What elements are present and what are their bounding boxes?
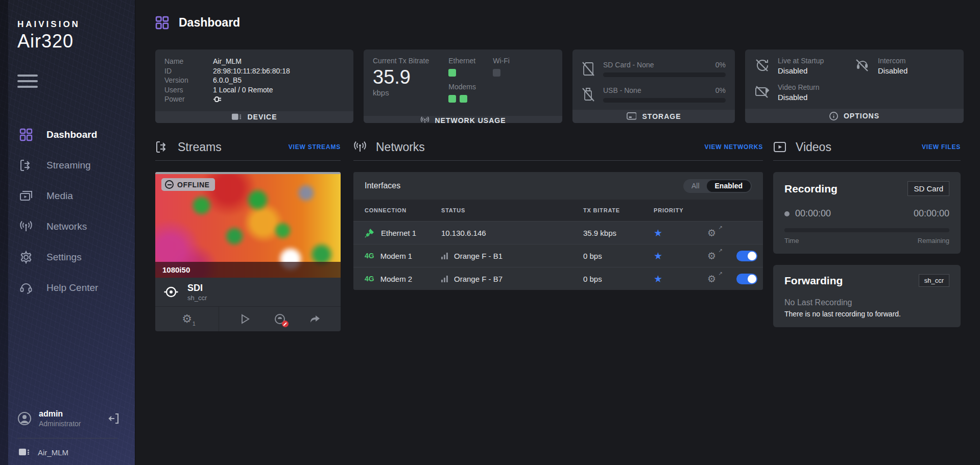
interface-settings-button[interactable]: ⚙ ↗ [707,227,720,238]
settings-gear-icon [19,251,33,264]
usb-progress [603,98,726,103]
interface-settings-button[interactable]: ⚙ ↗ [707,250,720,261]
help-headset-icon [19,281,33,295]
sidebar-item-help-center[interactable]: Help Center [0,273,135,303]
sidebar-item-streaming[interactable]: Streaming [0,150,135,181]
live-at-startup-option: Live at Startup Disabled [754,57,854,75]
dashboard-grid-icon [155,16,169,30]
option-label: Live at Startup [778,57,824,65]
forward-button[interactable] [309,313,321,325]
interfaces-title: Interfaces [365,181,683,190]
remaining-label: Remaining [918,237,949,244]
streams-icon [155,140,169,154]
bitrate-label: Current Tx Bitrate [373,57,429,65]
stream-thumbnail[interactable]: OFFLINE 1080i50 [155,172,341,278]
stream-thumbnail-topstrip [155,172,341,174]
usb-storage-row: USB - None0% [582,86,726,103]
sidebar-item-dashboard[interactable]: Dashboard [0,119,135,150]
device-card: NameAir_MLM ID28:98:10:11:82:b6:80:18 Ve… [155,50,353,123]
app-root: HAIVISION Air320 Dashboard Streaming [0,0,980,465]
sidebar-item-networks[interactable]: Networks [0,211,135,242]
stream-info-row: SDI sh_ccr [155,278,341,306]
connection-name: Modem 1 [380,252,413,260]
interface-settings-button[interactable]: ⚙ ↗ [707,273,720,284]
interface-enabled-toggle[interactable] [736,251,757,261]
wifi-status-square [493,69,500,77]
forwarding-card: Forwarding sh_ccr No Last Recording Ther… [773,265,961,327]
stream-actions: ⚙ 1 [155,306,341,331]
interfaces-filter-toggle: All Enabled [683,179,752,193]
table-row-modem1: 4G Modem 1 Orange F - B1 0 bps ★ ⚙ ↗ [353,244,763,267]
networks-title: Networks [376,140,705,154]
signal-bars-icon [441,252,448,259]
logout-icon[interactable] [108,412,121,425]
brand-name: HAIVISION [17,19,135,30]
sidebar-item-label: Media [46,190,73,202]
streams-title: Streams [178,140,289,154]
user-name: admin [39,409,108,419]
connection-name: Modem 2 [380,275,413,283]
interface-enabled-toggle[interactable] [736,274,757,284]
record-disabled-button[interactable] [274,313,286,325]
column-priority: PRIORITY [654,207,707,213]
connection-bitrate: 35.9 kbps [583,229,654,237]
network-usage-footer-button[interactable]: NETWORK USAGE [364,116,562,123]
device-row-value: Air_MLM [213,57,242,66]
storage-footer-button[interactable]: STORAGE [572,110,735,123]
sd-card-label: SD Card - None [603,61,654,69]
recording-progress [784,228,949,232]
gear-arrow-icon: ↗ [719,225,723,230]
device-row-label: Name [164,57,213,66]
section-divider [353,160,763,161]
table-row-modem2: 4G Modem 2 Orange F - B7 0 bps ★ ⚙ ↗ [353,267,763,290]
option-value: Disabled [778,93,819,102]
device-footer-button[interactable]: DEVICE [155,111,353,124]
filter-enabled-button[interactable]: Enabled [707,180,751,192]
brand-logo: HAIVISION Air320 [0,0,135,52]
stream-card[interactable]: OFFLINE 1080i50 SDI sh_ccr [155,172,341,331]
videos-title: Videos [796,140,922,154]
play-button[interactable] [238,313,251,325]
user-role: Administrator [39,420,108,428]
status-badge: OFFLINE [161,178,215,191]
ethernet-label: Ethernet [448,57,475,65]
view-streams-link[interactable]: VIEW STREAMS [289,143,341,151]
hamburger-menu-icon[interactable] [17,75,38,88]
priority-star-icon[interactable]: ★ [654,250,707,261]
recording-time: 00:00:00 [795,208,831,219]
storage-footer-label: STORAGE [642,112,681,120]
device-row-label: ID [164,66,213,76]
options-footer-label: OPTIONS [844,112,879,120]
priority-star-icon[interactable]: ★ [654,273,707,284]
forwarding-status: No Last Recording [784,298,949,307]
signal-bars-icon [441,275,448,282]
filter-all-button[interactable]: All [684,182,707,190]
4g-badge: 4G [365,275,374,283]
option-value: Disabled [878,66,907,75]
sidebar-item-label: Help Center [46,282,98,293]
sidebar-item-media[interactable]: Media [0,181,135,211]
streaming-icon [19,159,33,172]
user-block: admin Administrator [0,409,135,428]
view-files-link[interactable]: VIEW FILES [922,143,961,151]
interfaces-panel: Interfaces All Enabled CONNECTION STATUS… [353,172,763,290]
intercom-option: Intercom Disabled [854,57,954,75]
sidebar-divider [17,438,117,438]
avatar-icon [17,411,32,426]
sidebar-item-settings[interactable]: Settings [0,242,135,273]
options-footer-button[interactable]: OPTIONS [745,109,964,123]
connection-bitrate: 0 bps [583,252,654,260]
sd-card-progress [603,72,726,77]
connection-status: 10.130.6.146 [441,229,486,237]
view-networks-link[interactable]: VIEW NETWORKS [705,143,763,151]
sd-card-percent: 0% [715,61,726,69]
sidebar-item-label: Streaming [46,160,91,171]
record-blocked-badge [282,321,289,327]
device-row-value: 6.0.0_B5 [213,76,242,85]
intercom-disabled-icon [854,58,870,73]
stream-settings-button[interactable]: ⚙ 1 [155,307,219,331]
priority-star-icon[interactable]: ★ [654,227,707,238]
table-row-ethernet1: Ethernet 1 10.130.6.146 35.9 kbps ★ ⚙ ↗ [353,221,763,244]
section-divider [155,160,341,161]
video-return-option: Video Return Disabled [754,83,854,102]
